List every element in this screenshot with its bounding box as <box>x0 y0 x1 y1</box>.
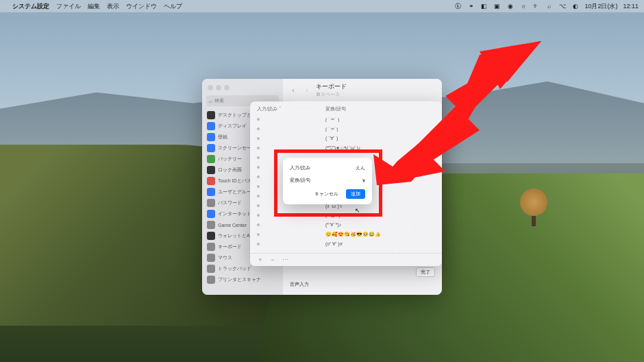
siri-icon[interactable]: ◐ <box>571 3 579 10</box>
sidebar-item-icon <box>207 133 215 141</box>
sidebar-item-label: スクリーンセー <box>218 145 251 152</box>
wifi-icon[interactable]: ᯤ <box>532 3 540 10</box>
menubar-view[interactable]: 表示 <box>107 2 119 11</box>
dictionary-row[interactable]: ( ˙꒳˙) <box>257 124 435 134</box>
sidebar-item-icon <box>207 166 215 174</box>
remove-entry-button[interactable]: − <box>268 256 277 263</box>
dictionary-row[interactable]: (σ' ∀' )σ <box>257 239 435 249</box>
field-label-reading: 入力/読み <box>290 165 310 171</box>
status-icon[interactable]: ⓚ <box>454 3 462 10</box>
sidebar-item-icon <box>207 210 215 218</box>
search-icon[interactable]: ⌕ <box>545 3 553 10</box>
section-label: 音声入力 <box>290 281 435 288</box>
menubar-window[interactable]: ウインドウ <box>126 2 157 11</box>
sidebar-item-label: プリンタとスキャナ <box>218 276 261 283</box>
field-label-word: 変換/語句 <box>290 177 310 184</box>
menubar-time[interactable]: 12:11 <box>623 3 639 10</box>
more-button[interactable]: ⋯ <box>280 256 290 263</box>
menubar: システム設定 ファイル 編集 表示 ウインドウ ヘルプ ⓚ ⚭ ◧ ▣ ◉ ☼ … <box>0 0 644 12</box>
sidebar-item-icon <box>207 243 215 251</box>
sidebar-item[interactable]: プリンタとスキャナ <box>205 274 280 285</box>
sidebar-item-icon <box>207 232 215 240</box>
sidebar-item-icon <box>207 188 215 196</box>
dictionary-row[interactable]: (^•ω•^) <box>257 210 435 220</box>
sidebar-item-label: インターネット <box>218 210 251 217</box>
status-icon[interactable]: ◧ <box>480 3 488 10</box>
page-title: キーボード <box>316 82 347 91</box>
sidebar-item-icon <box>207 254 215 262</box>
reading-input[interactable] <box>338 166 365 171</box>
dictionary-row[interactable]: (*'▽')★☆٩( 'ω' )♪ <box>257 143 435 153</box>
done-button[interactable]: 完了 <box>416 267 435 277</box>
sidebar-item-label: トラックパッド <box>218 265 251 272</box>
menubar-app[interactable]: システム設定 <box>12 2 49 11</box>
menubar-help[interactable]: ヘルプ <box>164 2 182 11</box>
sidebar-item-icon <box>207 199 215 207</box>
dictionary-row[interactable]: ( ˙꒳˙ ) <box>257 114 435 124</box>
column-header-reading[interactable]: 入力/読み ˄ <box>257 106 325 112</box>
add-entry-button[interactable]: + <box>256 256 265 263</box>
sidebar-item-label: ウォレットとA <box>218 232 250 239</box>
sidebar-item-label: 壁紙 <box>218 134 227 141</box>
menubar-edit[interactable]: 編集 <box>88 2 100 11</box>
dictionary-row[interactable]: 😊🥰😍😘🥳😎🥺😂👍 <box>257 230 435 239</box>
sidebar-item-label: Game Center <box>218 223 247 228</box>
sidebar-item-icon <box>207 122 215 130</box>
column-header-word[interactable]: 変換/語句 <box>325 106 435 112</box>
display-icon[interactable]: ☼ <box>519 3 527 10</box>
sidebar-item-label: バッテリー <box>218 156 242 162</box>
status-icon[interactable]: ⚭ <box>467 3 475 10</box>
control-center-icon[interactable]: ⌥ <box>558 3 566 10</box>
sidebar-item-icon <box>207 276 215 284</box>
sidebar-item-label: デスクトップと <box>218 112 251 119</box>
back-button[interactable]: ‹ <box>288 85 298 95</box>
word-input[interactable] <box>338 178 365 183</box>
dictionary-row[interactable]: (*´∀`*)♪ <box>257 220 435 230</box>
menubar-date[interactable]: 10月2日(水) <box>584 2 617 11</box>
sidebar-item-label: ディスプレイ <box>218 123 247 130</box>
add-entry-dialog: 入力/読み 変換/語句 キャンセル 追加 <box>283 158 372 204</box>
sidebar-item-icon <box>207 155 215 163</box>
dictionary-row[interactable]: ( ´∀` ) <box>257 134 435 143</box>
sidebar-item-icon <box>207 111 215 119</box>
sidebar-item-icon <box>207 221 215 229</box>
sidebar-item-icon <box>207 144 215 152</box>
menubar-file[interactable]: ファイル <box>56 2 81 11</box>
page-subtitle: ⌘スペース <box>316 91 347 98</box>
sidebar-item-label: Touch IDとパス <box>218 178 251 184</box>
window-controls[interactable] <box>205 83 280 95</box>
sidebar-item-icon <box>207 177 215 185</box>
forward-button[interactable]: › <box>302 85 312 95</box>
sidebar-item-label: キーボード <box>218 243 242 250</box>
add-button[interactable]: 追加 <box>346 189 365 199</box>
user-icon[interactable]: ◉ <box>506 3 514 10</box>
sidebar-item-icon <box>207 265 215 273</box>
sidebar-item-label: ロック画面 <box>218 167 242 173</box>
sidebar-item-label: パスワード <box>218 200 242 206</box>
sidebar-item-label: ユーザとグルー <box>218 189 251 195</box>
cancel-button[interactable]: キャンセル <box>310 189 343 199</box>
screenshot-icon[interactable]: ▣ <box>493 3 501 10</box>
sidebar-item-label: マウス <box>218 254 232 261</box>
